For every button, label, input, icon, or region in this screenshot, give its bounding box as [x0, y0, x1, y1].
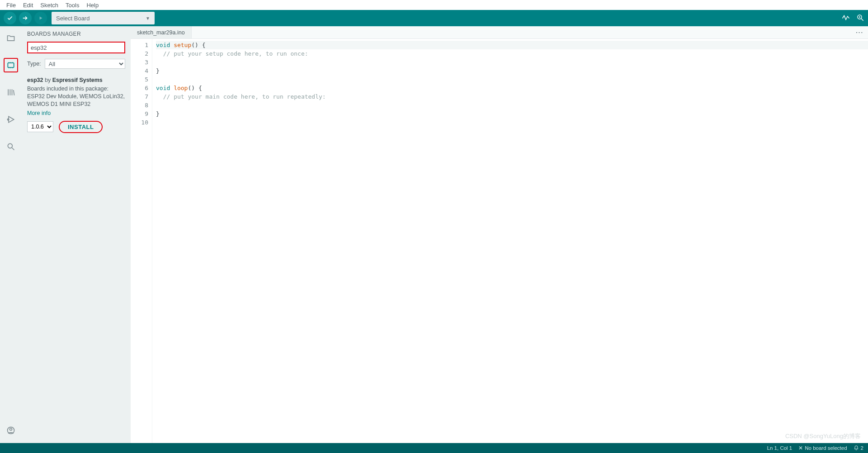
search-panel-icon[interactable]	[4, 139, 18, 154]
toolbar: Select Board ▼	[0, 10, 868, 26]
editor-area: sketch_mar29a.ino ··· 12345678910 void s…	[131, 26, 868, 443]
menu-file[interactable]: File	[3, 1, 19, 10]
menu-bar: File Edit Sketch Tools Help	[0, 0, 868, 10]
verify-button[interactable]	[4, 12, 16, 24]
svg-line-3	[861, 19, 863, 21]
upload-button[interactable]	[19, 12, 32, 24]
board-select-dropdown[interactable]: Select Board ▼	[52, 12, 155, 24]
editor-tab[interactable]: sketch_mar29a.ino	[131, 26, 192, 38]
sketchbook-icon[interactable]	[4, 31, 18, 45]
type-label: Type:	[27, 61, 41, 67]
panel-title: BOARDS MANAGER	[27, 31, 125, 37]
type-filter-select[interactable]: All	[45, 59, 125, 69]
included-boards: ESP32 Dev Module, WEMOS LoLin32, WEMOS D…	[27, 93, 125, 108]
svg-marker-1	[40, 17, 42, 20]
tab-overflow-icon[interactable]: ···	[851, 29, 868, 36]
menu-help[interactable]: Help	[83, 1, 102, 10]
serial-plotter-icon[interactable]	[842, 14, 850, 23]
library-manager-icon[interactable]	[4, 85, 18, 100]
debug-panel-icon[interactable]	[4, 112, 18, 127]
line-gutter: 12345678910	[131, 39, 152, 443]
menu-tools[interactable]: Tools	[62, 1, 83, 10]
activity-bar	[0, 26, 22, 443]
notifications[interactable]: 2	[854, 445, 863, 451]
boards-search-input[interactable]	[27, 42, 125, 53]
install-button[interactable]: INSTALL	[59, 121, 103, 133]
svg-point-18	[8, 143, 12, 148]
svg-point-21	[10, 428, 12, 430]
cursor-position[interactable]: Ln 1, Col 1	[767, 445, 793, 451]
close-icon: ✕	[798, 445, 803, 451]
account-icon[interactable]	[4, 423, 18, 438]
boards-manager-panel: BOARDS MANAGER Type: All esp32 by Espres…	[22, 26, 131, 443]
editor-tabbar: sketch_mar29a.ino ···	[131, 26, 868, 39]
menu-edit[interactable]: Edit	[19, 1, 37, 10]
package-name-row: esp32 by Espressif Systems	[27, 77, 125, 83]
svg-line-15	[14, 90, 14, 95]
board-status[interactable]: ✕ No board selected	[798, 445, 847, 451]
svg-line-19	[12, 148, 14, 150]
svg-marker-16	[9, 116, 14, 122]
serial-monitor-icon[interactable]	[856, 14, 864, 23]
included-label: Boards included in this package:	[27, 85, 125, 93]
board-package: esp32 by Espressif Systems Boards includ…	[27, 77, 125, 133]
chevron-down-icon: ▼	[146, 16, 150, 21]
svg-rect-5	[8, 63, 14, 67]
svg-point-4	[859, 16, 860, 17]
main-area: BOARDS MANAGER Type: All esp32 by Espres…	[0, 26, 868, 443]
bell-icon	[854, 445, 859, 451]
status-bar: Ln 1, Col 1 ✕ No board selected 2	[0, 443, 868, 453]
code-editor[interactable]: 12345678910 void setup() { // put your s…	[131, 39, 868, 443]
board-select-label: Select Board	[56, 15, 90, 22]
boards-manager-icon[interactable]	[4, 58, 18, 72]
code-content[interactable]: void setup() { // put your setup code he…	[152, 39, 868, 443]
menu-sketch[interactable]: Sketch	[37, 1, 62, 10]
debug-button[interactable]	[34, 12, 47, 24]
version-select[interactable]: 1.0.6	[27, 121, 53, 132]
more-info-link[interactable]: More info	[27, 110, 125, 116]
